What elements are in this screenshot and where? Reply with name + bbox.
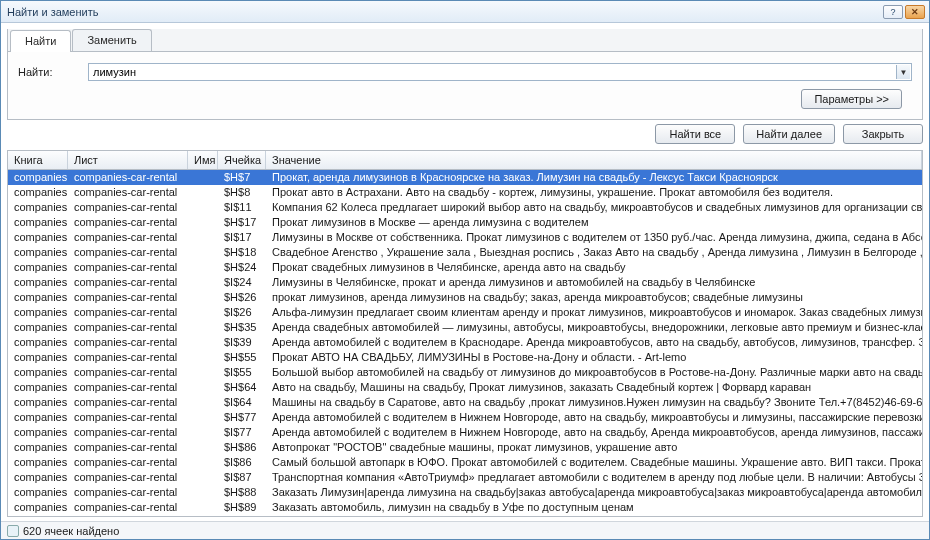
cell-book: companies... [8, 440, 68, 455]
close-window-button[interactable]: ✕ [905, 5, 925, 19]
cell-book: companies... [8, 260, 68, 275]
cell-name [188, 425, 218, 440]
cell-sheet: companies-car-rental [68, 395, 188, 410]
cell-book: companies... [8, 455, 68, 470]
cell-book: companies... [8, 350, 68, 365]
cell-sheet: companies-car-rental [68, 320, 188, 335]
chevron-down-icon[interactable]: ▼ [896, 65, 910, 79]
col-value[interactable]: Значение [266, 151, 922, 169]
table-row[interactable]: companies...companies-car-rental$H$18Сва… [8, 245, 922, 260]
cell-name [188, 395, 218, 410]
cell-book: companies... [8, 470, 68, 485]
table-row[interactable]: companies...companies-car-rental$I$11Ком… [8, 200, 922, 215]
grid-body[interactable]: companies...companies-car-rental$H$7Прок… [8, 170, 922, 516]
find-panel: Найти Заменить Найти: ▼ Параметры >> [7, 29, 923, 120]
cell-book: companies... [8, 230, 68, 245]
window-title: Найти и заменить [7, 6, 883, 18]
table-row[interactable]: companies...companies-car-rental$I$55Бол… [8, 365, 922, 380]
table-row[interactable]: companies...companies-car-rental$H$64Авт… [8, 380, 922, 395]
tab-replace[interactable]: Заменить [72, 29, 151, 51]
cell-book: companies... [8, 365, 68, 380]
cell-sheet: companies-car-rental [68, 350, 188, 365]
cell-book: companies... [8, 245, 68, 260]
table-row[interactable]: companies...companies-car-rental$H$8Прок… [8, 185, 922, 200]
cell-name [188, 245, 218, 260]
cell-book: companies... [8, 320, 68, 335]
cell-value: Прокат свадебных лимузинов в Челябинске,… [266, 260, 922, 275]
cell-cell: $H$55 [218, 350, 266, 365]
cell-name [188, 350, 218, 365]
cell-name [188, 500, 218, 515]
table-row[interactable]: companies...companies-car-rental$I$86Сам… [8, 455, 922, 470]
cell-value: Заказать Лимузин|аренда лимузина на свад… [266, 485, 922, 500]
table-row[interactable]: companies...companies-car-rental$H$55Про… [8, 350, 922, 365]
cell-cell: $H$17 [218, 215, 266, 230]
table-row[interactable]: companies...companies-car-rental$I$64Маш… [8, 395, 922, 410]
cell-sheet: companies-car-rental [68, 215, 188, 230]
cell-sheet: companies-car-rental [68, 170, 188, 185]
cell-value: Аренда роскошных автомобилей и лимузинов… [266, 515, 922, 516]
col-name[interactable]: Имя [188, 151, 218, 169]
cell-sheet: companies-car-rental [68, 425, 188, 440]
dialog-window: Найти и заменить ? ✕ Найти Заменить Найт… [0, 0, 930, 540]
cell-book: companies... [8, 215, 68, 230]
col-book[interactable]: Книга [8, 151, 68, 169]
cell-sheet: companies-car-rental [68, 455, 188, 470]
find-input[interactable] [88, 63, 912, 81]
action-buttons: Найти все Найти далее Закрыть [7, 120, 923, 150]
col-sheet[interactable]: Лист [68, 151, 188, 169]
table-row[interactable]: companies...companies-car-rental$I$24Лим… [8, 275, 922, 290]
table-row[interactable]: companies...companies-car-rental$I$89Аре… [8, 515, 922, 516]
cell-sheet: companies-car-rental [68, 470, 188, 485]
cell-cell: $H$35 [218, 320, 266, 335]
cell-book: companies... [8, 185, 68, 200]
find-all-button[interactable]: Найти все [655, 124, 735, 144]
cell-sheet: companies-car-rental [68, 500, 188, 515]
cell-cell: $I$24 [218, 275, 266, 290]
options-button[interactable]: Параметры >> [801, 89, 902, 109]
cell-value: Компания 62 Колеса предлагает широкий вы… [266, 200, 922, 215]
table-row[interactable]: companies...companies-car-rental$H$77Аре… [8, 410, 922, 425]
cell-value: Транспортная компания «АвтоТриумф» предл… [266, 470, 922, 485]
cell-name [188, 515, 218, 516]
cell-cell: $H$89 [218, 500, 266, 515]
table-row[interactable]: companies...companies-car-rental$H$26про… [8, 290, 922, 305]
cell-book: companies... [8, 200, 68, 215]
table-row[interactable]: companies...companies-car-rental$H$17Про… [8, 215, 922, 230]
table-row[interactable]: companies...companies-car-rental$H$89Зак… [8, 500, 922, 515]
cell-cell: $H$77 [218, 410, 266, 425]
table-row[interactable]: companies...companies-car-rental$H$7Прок… [8, 170, 922, 185]
tab-find[interactable]: Найти [10, 30, 71, 52]
status-text: 620 ячеек найдено [23, 525, 119, 537]
table-row[interactable]: companies...companies-car-rental$H$86Авт… [8, 440, 922, 455]
table-row[interactable]: companies...companies-car-rental$H$35Аре… [8, 320, 922, 335]
cell-value: Прокат АВТО НА СВАДЬБУ, ЛИМУЗИНЫ в Росто… [266, 350, 922, 365]
table-row[interactable]: companies...companies-car-rental$H$88Зак… [8, 485, 922, 500]
cell-value: Автопрокат "РОСТОВ" свадебные машины, пр… [266, 440, 922, 455]
table-row[interactable]: companies...companies-car-rental$I$17Лим… [8, 230, 922, 245]
cell-book: companies... [8, 515, 68, 516]
cell-cell: $I$11 [218, 200, 266, 215]
table-row[interactable]: companies...companies-car-rental$I$39Аре… [8, 335, 922, 350]
cell-value: Прокат авто в Астрахани. Авто на свадьбу… [266, 185, 922, 200]
cell-cell: $I$55 [218, 365, 266, 380]
cell-sheet: companies-car-rental [68, 200, 188, 215]
cell-value: Альфа-лимузин предлагает своим клиентам … [266, 305, 922, 320]
table-row[interactable]: companies...companies-car-rental$I$26Аль… [8, 305, 922, 320]
cell-sheet: companies-car-rental [68, 185, 188, 200]
col-cell[interactable]: Ячейка [218, 151, 266, 169]
find-next-button[interactable]: Найти далее [743, 124, 835, 144]
table-row[interactable]: companies...companies-car-rental$I$77Аре… [8, 425, 922, 440]
close-button[interactable]: Закрыть [843, 124, 923, 144]
help-button[interactable]: ? [883, 5, 903, 19]
cell-book: companies... [8, 305, 68, 320]
cell-book: companies... [8, 485, 68, 500]
cell-cell: $I$64 [218, 395, 266, 410]
cell-name [188, 380, 218, 395]
table-row[interactable]: companies...companies-car-rental$H$24Про… [8, 260, 922, 275]
cell-sheet: companies-car-rental [68, 230, 188, 245]
status-bar: 620 ячеек найдено [1, 521, 929, 539]
cell-cell: $I$77 [218, 425, 266, 440]
table-row[interactable]: companies...companies-car-rental$I$87Тра… [8, 470, 922, 485]
cell-cell: $H$64 [218, 380, 266, 395]
